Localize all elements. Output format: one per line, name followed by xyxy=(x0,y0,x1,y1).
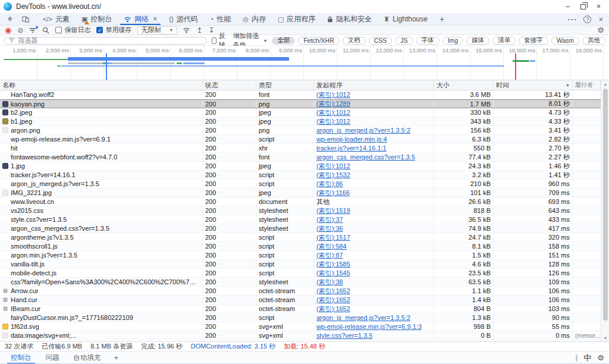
search-icon[interactable] xyxy=(42,27,49,34)
drawer-settings-gear-icon[interactable]: ⚙ xyxy=(597,353,604,362)
inspect-icon[interactable]: ⌖ xyxy=(4,14,17,24)
filter-pill-字体[interactable]: 字体 xyxy=(416,37,440,45)
scroll-up-icon[interactable]: ▲ xyxy=(601,80,609,87)
filter-pill-套接字[interactable]: 套接字 xyxy=(519,37,548,45)
request-initiator-link[interactable]: (索引):38 xyxy=(316,278,343,286)
column-header-2[interactable]: 状态 xyxy=(203,80,256,90)
request-initiator-link[interactable]: (索引):1519 xyxy=(316,206,350,215)
restore-button[interactable] xyxy=(580,4,586,10)
help-icon[interactable]: ? xyxy=(583,15,591,23)
network-request-row[interactable]: 1f62d.svg200svg+xmlwp-emoji-release.min.… xyxy=(0,322,601,331)
filter-pill-JS[interactable]: JS xyxy=(395,37,413,45)
request-initiator-link[interactable]: (索引):1532 xyxy=(316,171,350,179)
filter-pill-Wasm[interactable]: Wasm xyxy=(551,37,579,45)
request-initiator-link[interactable]: (索引):1012 xyxy=(316,90,350,99)
add-panel-button[interactable]: + xyxy=(434,13,450,25)
filter-pill-CSS[interactable]: CSS xyxy=(369,37,393,45)
clear-button[interactable]: ⊘ xyxy=(17,27,23,34)
network-request-row[interactable]: b1.jpeg200jpeg(索引):1012343 kB4.33 秒 xyxy=(0,117,601,126)
column-header-1[interactable]: 名称 xyxy=(0,80,203,90)
request-initiator-link[interactable]: (索引):87 xyxy=(316,251,343,259)
tab-memory[interactable]: ◎内存 xyxy=(237,13,272,25)
network-request-row[interactable]: IMG_3221.jpg200jpeg(索引):1166101 kB709 ms xyxy=(0,189,601,197)
network-request-row[interactable]: hit200xhrtracker.js?ver=14.16.1:1550 B2.… xyxy=(0,144,601,153)
close-devtools-icon[interactable]: × xyxy=(598,15,603,24)
tab-lighthouse[interactable]: ♜Lighthouse xyxy=(378,13,434,25)
network-request-row[interactable]: IBeam.cur200octet-stream(索引):1652804 B10… xyxy=(0,305,601,313)
disable-cache-box[interactable]: ✓ xyxy=(96,27,103,33)
device-toolbar-icon[interactable] xyxy=(19,14,32,24)
drawer-tab-问题[interactable]: 问题 xyxy=(39,352,67,364)
network-request-row[interactable]: Arrow.cur200octet-stream(索引):16521.1 kB1… xyxy=(0,287,601,296)
network-request-row[interactable]: smoothscroll1.js200script(索引):5848.1 kB1… xyxy=(0,242,601,251)
record-button[interactable]: ◉ xyxy=(5,27,11,34)
filter-pill-Fetch/XHR[interactable]: Fetch/XHR xyxy=(298,37,339,45)
network-request-row[interactable]: wp-emoji-release.min.js?ver=6.9.1200scri… xyxy=(0,135,601,144)
network-conditions-icon[interactable] xyxy=(183,27,190,33)
request-initiator-link[interactable]: (索引):1545 xyxy=(316,269,350,277)
tab-sources[interactable]: {}源代码 xyxy=(163,13,203,25)
column-header-4[interactable]: 发起程序 xyxy=(314,80,434,90)
network-request-row[interactable]: b2.jpeg200jpeg(索引):1012330 kB4.73 秒 xyxy=(0,108,601,117)
column-header-3[interactable]: 类型 xyxy=(256,80,314,90)
request-initiator-link[interactable]: (索引):1166 xyxy=(316,189,350,197)
request-initiator-link[interactable]: (索引):1012 xyxy=(316,117,350,125)
more-options-icon[interactable]: ⋯ xyxy=(567,14,576,25)
request-initiator-link[interactable]: argon_js_merged.js?ver=1.3.5:2 xyxy=(316,127,410,134)
filter-input[interactable] xyxy=(18,37,202,44)
request-initiator-link[interactable]: wp-emoji-release.min.js?ver=6.9.1:3 xyxy=(316,323,422,330)
filter-toggle-icon[interactable] xyxy=(29,27,36,33)
network-request-row[interactable]: Hand.cur200octet-stream(索引):16521.4 kB10… xyxy=(0,296,601,305)
drawer-tab-自动填充[interactable]: 自动填充 xyxy=(67,352,108,364)
tab-elements[interactable]: </>元素 xyxy=(37,13,76,25)
import-har-icon[interactable]: ↥ xyxy=(196,27,202,34)
network-request-row[interactable]: argontheme.js?v1.3.5200script(索引):151724… xyxy=(0,233,601,242)
request-initiator-link[interactable]: tracker.js?ver=14.16.1:1 xyxy=(316,145,387,152)
tab-performance[interactable]: ◔性能 xyxy=(204,13,237,25)
network-request-row[interactable]: style.css?ver=1.3.5200stylesheet(索引):373… xyxy=(0,215,601,224)
network-request-row[interactable]: data:image/svg+xml;...200svg+xmlstyle.cs… xyxy=(0,331,601,340)
network-request-row[interactable]: argon_css_merged.css?ver=1.3.5200stylesh… xyxy=(0,224,601,233)
network-request-row[interactable]: vs2015.css200stylesheet(索引):1519818 B643… xyxy=(0,206,601,215)
network-request-row[interactable]: www.liveout.cn200document其他26.6 kB693 ms xyxy=(0,197,601,206)
filter-pill-媒体[interactable]: 媒体 xyxy=(466,37,489,45)
network-request-row[interactable]: argon_js_merged.js?ver=1.3.5200script(索引… xyxy=(0,180,601,189)
invert-box[interactable] xyxy=(212,37,216,44)
filter-pill-全部[interactable]: 全部 xyxy=(272,37,295,45)
request-initiator-link[interactable]: (索引):584 xyxy=(316,242,347,250)
drawer-tab-控制台[interactable]: 控制台 xyxy=(4,352,39,364)
request-initiator-link[interactable]: (索引):1289 xyxy=(316,100,350,108)
request-initiator-link[interactable]: wp-emoji-loader.min.js:4 xyxy=(316,136,387,143)
request-initiator-link[interactable]: (索引):36 xyxy=(316,224,343,233)
request-initiator-link[interactable]: (索引):1652 xyxy=(316,296,350,304)
throttling-select[interactable]: 无限制 ▼ xyxy=(137,26,177,34)
network-request-row[interactable]: tracker.js?ver=14.16.1200script(索引):1532… xyxy=(0,171,601,180)
filter-input-wrap[interactable] xyxy=(4,37,207,45)
close-window-button[interactable]: × xyxy=(597,3,601,10)
column-header-7[interactable]: 履行者 xyxy=(573,80,601,90)
column-header-6[interactable]: 时间▼ xyxy=(494,80,573,90)
request-initiator-link[interactable]: (索引):1652 xyxy=(316,305,350,313)
close-tab-icon[interactable]: × xyxy=(153,15,157,23)
request-initiator-link[interactable]: (索引):86 xyxy=(316,180,343,188)
scrollbar-thumb[interactable] xyxy=(603,89,608,321)
tab-privacy[interactable]: 隐私和安全 xyxy=(321,13,378,25)
request-initiator-link[interactable]: (索引):1585 xyxy=(316,260,350,268)
network-request-row[interactable]: mobile-detect.js200script(索引):154523.5 k… xyxy=(0,269,601,278)
preserve-log-box[interactable] xyxy=(55,27,62,33)
preserve-log-checkbox[interactable]: 保留日志 xyxy=(55,26,90,34)
settings-gear-icon[interactable]: ⚙ xyxy=(597,27,604,34)
request-initiator-link[interactable]: argon_js_merged.js?ver=1.3.5:2 xyxy=(316,314,410,321)
filter-pill-其他[interactable]: 其他 xyxy=(582,37,605,45)
network-request-row[interactable]: fontawesome-webfont.woff2?v=4.7.0200font… xyxy=(0,153,601,162)
tab-console[interactable]: ▣控制台 xyxy=(76,13,118,25)
add-drawer-tab-button[interactable]: + xyxy=(108,352,125,364)
column-header-5[interactable]: 大小 xyxy=(434,80,494,90)
filter-pill-文档[interactable]: 文档 xyxy=(343,37,366,45)
network-request-row[interactable]: vanilla-tilt.js200script(索引):15854.6 kB1… xyxy=(0,260,601,269)
tab-network[interactable]: 网络× xyxy=(118,13,163,25)
filter-pill-清单[interactable]: 清单 xyxy=(492,37,516,45)
request-initiator-link[interactable]: (索引):37 xyxy=(316,215,343,224)
filter-pill-Img[interactable]: Img xyxy=(442,37,464,45)
network-request-row[interactable]: argon.min.js?ver=1.3.5200script(索引):871.… xyxy=(0,251,601,260)
